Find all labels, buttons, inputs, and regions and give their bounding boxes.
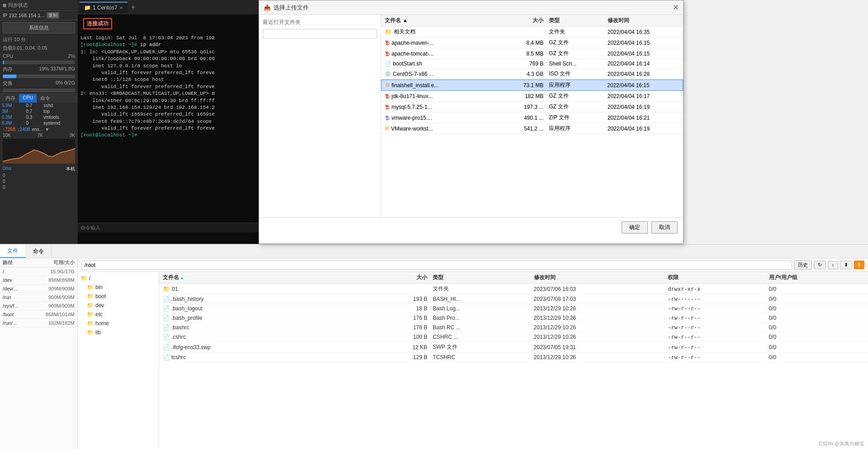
tree-item-bin[interactable]: 📁 bin	[78, 283, 159, 292]
file-row[interactable]: ⚙VMware-workst... 541.2 ... 应用程序 2022/04…	[381, 123, 683, 134]
terminal-input[interactable]	[80, 225, 256, 230]
terminal-body[interactable]: Last login: Sat Jul 8 17:03:04 2023 from…	[78, 33, 259, 223]
col-header-date[interactable]: 修改时间	[606, 17, 683, 24]
tree-item-root[interactable]: 📁 /	[78, 274, 159, 283]
file-date-cell: 2022/04/04 16:14	[606, 61, 683, 67]
mem-value: 19% 337M/1.8G	[39, 66, 75, 73]
tree-item-etc[interactable]: 📁 etc	[78, 310, 159, 319]
confirm-button[interactable]: 确定	[622, 221, 648, 234]
uptime-label: 运行 10 分	[3, 36, 26, 43]
file-icon: 📄	[163, 354, 170, 360]
up-button[interactable]: ↑	[828, 261, 839, 269]
col-header-name[interactable]: 文件名 ▲	[381, 17, 498, 24]
file-row[interactable]: 📁相关文档 文件夹 2022/04/04 16:35	[381, 27, 683, 37]
file-row-selected[interactable]: ⚙finalshell_install.e... 73.1 MB 应用程序 20…	[381, 80, 683, 91]
fm-file-row[interactable]: 📄.cshrc 100 B CSHRC ... 2013/12/29 10:26…	[159, 332, 868, 342]
tab-cmd[interactable]: 命令	[37, 94, 54, 103]
col-header-perm[interactable]: 权限	[666, 274, 767, 281]
sys-info-button[interactable]: 系统信息	[3, 22, 75, 33]
tab-cpu[interactable]: CPU	[19, 94, 37, 103]
history-button[interactable]: 历史	[794, 260, 812, 270]
fm-file-row[interactable]: 📁01 文件夹 2023/07/06 16:03 drwxr-xr-x 0/0	[159, 284, 868, 295]
file-size-cell: 100 B	[361, 334, 431, 340]
disk-row[interactable]: /run 900M/909M	[0, 293, 77, 302]
fm-file-row[interactable]: 📄.bash_logout 18 B Bash Log... 2013/12/2…	[159, 304, 868, 313]
col-header-size[interactable]: 大小	[361, 274, 431, 281]
disk-row[interactable]: /boot 868M/1014M	[0, 310, 77, 319]
tree-item-lib[interactable]: 📁 lib	[78, 328, 159, 337]
col-header-name[interactable]: 文件名 ▲	[159, 274, 361, 281]
ping-section: 0ms 本机 0 0 0	[0, 164, 78, 191]
file-date-cell: 2022/04/04 16:15	[606, 40, 683, 46]
file-row[interactable]: 🗜vmware-pro15.... 490.1 ... ZIP 文件 2022/…	[381, 112, 683, 123]
dialog-close-button[interactable]: ✕	[673, 3, 679, 12]
file-type-cell: Bash Pro...	[431, 315, 532, 321]
disk-row[interactable]: /dev 898M/898M	[0, 276, 77, 285]
sync-label: 同步状态	[8, 2, 28, 9]
cancel-button[interactable]: 取消	[651, 221, 678, 234]
main-terminal: 📁 1 Centos7 ✕ + 连接成功 Last login: Sat Jul…	[78, 0, 259, 244]
col-header-mtime[interactable]: 修改时间	[532, 274, 666, 281]
file-icon: 📄	[163, 334, 170, 340]
file-owner-cell: 0/0	[767, 286, 868, 292]
file-perm-cell: -rw-r--r--	[666, 305, 767, 312]
col-header-owner[interactable]: 用户/用户组	[767, 274, 868, 281]
add-tab-button[interactable]: +	[128, 3, 138, 11]
file-row[interactable]: 🗜apache-maven-... 8.4 MB GZ 文件 2022/04/0…	[381, 37, 683, 48]
file-row[interactable]: 🗜apache-tomcat-... 8.5 MB GZ 文件 2022/04/…	[381, 48, 683, 59]
ip-row: IP 192.168.154.1... 复制	[0, 11, 78, 20]
tree-item-label: etc	[95, 311, 103, 318]
fm-file-row[interactable]: 📄tcshrc 129 B TCSHRC 2013/12/29 10:26 -r…	[159, 353, 868, 362]
fm-tab-files[interactable]: 文件	[0, 245, 26, 258]
file-name-cell: 🗜vmware-pro15....	[381, 115, 498, 121]
terminal-tab-centos7[interactable]: 📁 1 Centos7 ✕	[80, 2, 127, 13]
disk-row[interactable]: / 15.9G/17G	[0, 267, 77, 276]
col-header-type[interactable]: 类型	[547, 17, 605, 24]
upload-button[interactable]: ⬆	[854, 261, 864, 269]
tree-item-home[interactable]: 📁 home	[78, 319, 159, 328]
svg-marker-0	[3, 149, 75, 164]
tree-item-label: lib	[95, 329, 101, 336]
file-name-cell: 🗜apache-maven-...	[381, 40, 498, 46]
file-perm-cell: -rw-r--r--	[666, 315, 767, 321]
fm-file-row[interactable]: 📄.bash_history 193 B BASH_HI... 2023/07/…	[159, 295, 868, 304]
file-owner-cell: 0/0	[767, 324, 868, 331]
fm-file-row[interactable]: 📄.ifcfg-ens33.swp 12 KB SWP 文件 2023/07/0…	[159, 342, 868, 353]
file-type-cell: SWP 文件	[431, 343, 532, 351]
tree-item-dev[interactable]: 📁 dev	[78, 301, 159, 310]
file-row[interactable]: 💿CentOS-7-x86 ... 4.3 GB ISO 文件 2022/04/…	[381, 69, 683, 80]
file-row[interactable]: 🗜jdk-8u171-linux... 182 MB GZ 文件 2022/04…	[381, 91, 683, 102]
file-size-cell: 4.3 GB	[498, 71, 547, 77]
fm-tab-cmd[interactable]: 命令	[26, 245, 52, 258]
file-owner-cell: 0/0	[767, 296, 868, 302]
file-size-cell: 8.4 MB	[498, 40, 547, 46]
tree-item-boot[interactable]: 📁 boot	[78, 292, 159, 301]
disk-col-avail: 可用/大小	[53, 259, 75, 266]
load-label: 负载0.01, 0.04, 0.05	[3, 45, 47, 51]
gz-icon: 🗜	[385, 104, 390, 110]
file-mtime-cell: 2013/12/29 10:26	[532, 334, 666, 340]
file-size-cell: 176 B	[361, 315, 431, 321]
download-button[interactable]: ⬇	[840, 261, 852, 269]
disk-row[interactable]: /sys/f... 909M/909M	[0, 302, 77, 310]
file-icon: 📄	[163, 315, 170, 321]
gz-icon: 🗜	[385, 51, 390, 56]
recent-search-input[interactable]	[263, 29, 377, 39]
disk-row[interactable]: /dev/... 909M/909M	[0, 285, 77, 293]
file-row[interactable]: 📄bootStart.sh 769 B Shell Scri... 2022/0…	[381, 59, 683, 69]
file-date-cell: 2022/04/04 16:19	[606, 126, 683, 132]
file-row[interactable]: 🗜mysql-5.7.25-1... 197.3 ... GZ 文件 2022/…	[381, 102, 683, 112]
fm-path-input[interactable]	[81, 261, 792, 270]
disk-row[interactable]: /run/... 182M/182M	[0, 319, 77, 327]
net-expand[interactable]: ▼	[45, 127, 49, 132]
fm-file-row[interactable]: 📄.bash_profile 176 B Bash Pro... 2013/12…	[159, 313, 868, 323]
col-header-size[interactable]: 大小	[498, 17, 547, 24]
file-perm-cell: -rw-r--r--	[666, 354, 767, 360]
refresh-button[interactable]: ↻	[814, 261, 826, 269]
file-mtime-cell: 2013/12/29 10:26	[532, 305, 666, 312]
col-header-type[interactable]: 类型	[431, 274, 532, 281]
tab-mem[interactable]: 内存	[2, 94, 19, 103]
copy-ip-button[interactable]: 复制	[47, 12, 59, 19]
fm-file-row[interactable]: 📄.bashrc 176 B Bash RC ... 2013/12/29 10…	[159, 323, 868, 332]
close-tab-button[interactable]: ✕	[119, 5, 123, 10]
